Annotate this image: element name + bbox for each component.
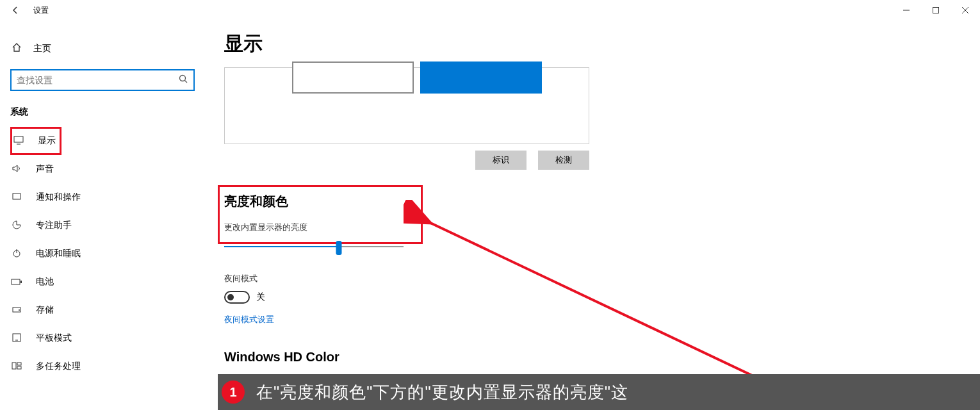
search-input[interactable]	[17, 75, 179, 85]
sidebar-item-label: 声音	[36, 163, 54, 175]
sidebar: 主页 系统 显示 声音 通知和操作	[0, 20, 205, 410]
night-light-toggle[interactable]	[224, 291, 250, 304]
svg-rect-18	[17, 363, 21, 365]
sidebar-item-battery[interactable]: 电池	[10, 268, 195, 296]
caption-badge: 1	[222, 381, 245, 404]
power-icon	[10, 248, 23, 260]
svg-rect-19	[17, 366, 21, 369]
svg-line-5	[185, 80, 188, 83]
sidebar-item-focus[interactable]: 专注助手	[10, 211, 195, 240]
sidebar-item-label: 多任务处理	[36, 361, 81, 372]
caption-text: 在"亮度和颜色"下方的"更改内置显示器的亮度"这	[256, 381, 628, 404]
sound-icon	[10, 164, 23, 175]
sidebar-item-tablet[interactable]: 平板模式	[10, 324, 195, 352]
back-button[interactable]	[5, 0, 26, 20]
monitor-1[interactable]	[292, 62, 414, 94]
monitor-2[interactable]	[420, 62, 542, 94]
brightness-section-title: 亮度和颜色	[224, 193, 960, 210]
sidebar-item-label: 专注助手	[36, 220, 72, 231]
search-icon	[179, 74, 188, 86]
sidebar-item-notifications[interactable]: 通知和操作	[10, 183, 195, 211]
display-icon	[12, 136, 25, 147]
svg-rect-8	[13, 193, 20, 199]
sidebar-item-label: 电源和睡眠	[36, 248, 81, 259]
sidebar-item-label: 平板模式	[36, 332, 72, 344]
battery-icon	[10, 277, 23, 288]
sidebar-item-multitask[interactable]: 多任务处理	[10, 352, 195, 381]
brightness-slider[interactable]	[224, 240, 404, 255]
hd-color-title: Windows HD Color	[224, 350, 960, 365]
notifications-icon	[10, 192, 23, 203]
sidebar-item-power[interactable]: 电源和睡眠	[10, 240, 195, 268]
page-title: 显示	[224, 31, 960, 57]
night-light-settings-link[interactable]: 夜间模式设置	[224, 314, 274, 325]
sidebar-group-label: 系统	[10, 106, 195, 118]
detect-button[interactable]: 检测	[538, 151, 589, 170]
minimize-button[interactable]	[892, 0, 921, 20]
sidebar-item-label: 电池	[36, 276, 54, 288]
maximize-button[interactable]	[921, 0, 951, 20]
svg-rect-1	[933, 8, 939, 13]
svg-rect-12	[20, 281, 22, 283]
sidebar-item-sound[interactable]: 声音	[10, 155, 195, 183]
sidebar-item-storage[interactable]: 存储	[10, 296, 195, 324]
sidebar-item-label: 通知和操作	[36, 192, 81, 203]
sidebar-item-label: 存储	[36, 304, 54, 316]
identify-button[interactable]: 标识	[475, 151, 527, 170]
brightness-label: 更改内置显示器的亮度	[224, 222, 960, 233]
sidebar-home-label: 主页	[33, 43, 51, 54]
display-arrangement-panel[interactable]	[224, 67, 589, 144]
sidebar-item-label: 显示	[38, 135, 56, 147]
multitask-icon	[10, 361, 23, 372]
focus-icon	[10, 220, 23, 232]
sidebar-item-display[interactable]: 显示	[10, 127, 61, 155]
svg-rect-11	[12, 279, 20, 284]
slider-thumb[interactable]	[336, 241, 342, 255]
close-button[interactable]	[951, 0, 980, 20]
night-light-label: 夜间模式	[224, 273, 960, 284]
night-light-state: 关	[256, 291, 265, 303]
caption-bar: 1 在"亮度和颜色"下方的"更改内置显示器的亮度"这	[218, 374, 980, 410]
app-title: 设置	[33, 5, 49, 16]
storage-icon	[10, 305, 23, 316]
svg-point-4	[180, 75, 186, 81]
search-input-wrap[interactable]	[10, 69, 195, 91]
sidebar-home[interactable]: 主页	[10, 36, 195, 62]
svg-rect-17	[12, 363, 16, 369]
svg-point-14	[19, 309, 20, 311]
main-content: 显示 标识 检测 亮度和颜色 更改内置显示器的亮度 夜间模式 关 夜间模式设置	[205, 20, 980, 410]
tablet-icon	[10, 333, 23, 344]
home-icon	[10, 42, 23, 55]
svg-rect-6	[14, 136, 23, 142]
